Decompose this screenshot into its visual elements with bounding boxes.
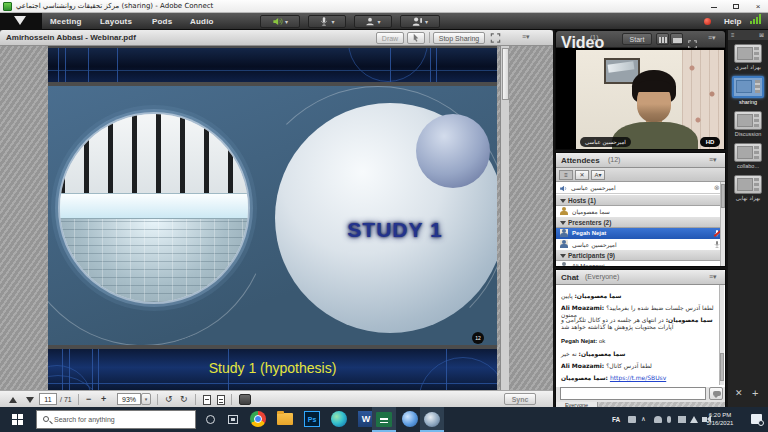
open-app-tile-active[interactable] (420, 407, 444, 432)
chat-input[interactable] (560, 387, 706, 400)
attendee-row-host[interactable]: سما معصومیان (556, 206, 725, 217)
document-scrollbar-thumb[interactable] (502, 48, 509, 100)
list-view-icon[interactable]: ≡ (559, 170, 573, 180)
webcam-dropdown-arrow[interactable]: ▾ (377, 19, 380, 25)
share-pod-menu-icon[interactable]: ≡▾ (522, 33, 530, 41)
chrome-icon[interactable] (250, 411, 266, 427)
group-header-hosts[interactable]: Hosts (1) (556, 195, 725, 206)
menu-meeting[interactable]: Meeting (50, 17, 82, 26)
attendees-scrollbar-thumb[interactable] (721, 184, 725, 208)
webcam-button[interactable]: ▾ (354, 15, 392, 28)
close-button[interactable]: × (750, 1, 766, 12)
taskbar-clock[interactable]: 6:20 PM 5/16/2021 (702, 412, 738, 427)
previous-page-button[interactable] (9, 397, 17, 403)
speaker-button[interactable]: ▾ (260, 15, 300, 28)
menu-pods[interactable]: Pods (152, 17, 172, 26)
video-pod-menu-icon[interactable]: ≡▾ (708, 34, 716, 42)
status-dropdown-arrow[interactable]: ▾ (425, 19, 428, 25)
maximize-button[interactable] (728, 1, 744, 12)
next-page-button[interactable] (26, 397, 34, 403)
attendee-row-presenter[interactable]: امیرحسین عباسی (556, 239, 725, 250)
rotate-ccw-icon[interactable]: ↺ (165, 394, 173, 405)
chat-scrollbar-thumb[interactable] (720, 353, 724, 381)
menu-help[interactable]: Help (724, 17, 741, 26)
notification-center-icon[interactable] (751, 414, 762, 424)
layout-item-discussion[interactable] (734, 111, 762, 130)
onedrive-cloud-icon[interactable] (654, 416, 662, 423)
group-header-participants[interactable]: Participants (9) (556, 250, 725, 261)
add-layout-icon[interactable]: + (752, 387, 758, 399)
fit-width-icon[interactable] (203, 395, 211, 405)
layout-bar-menu-icon[interactable]: ≡ (731, 30, 735, 40)
show-hidden-icons-chevron[interactable]: ∧ (641, 415, 646, 423)
touch-keyboard-icon[interactable] (628, 416, 636, 423)
breakout-view-icon[interactable]: ✕ (575, 170, 589, 180)
start-button[interactable] (12, 414, 23, 425)
filmstrip-view-icon[interactable] (656, 33, 669, 45)
dismiss-active-speaker-icon[interactable]: ⊗ (714, 182, 720, 193)
chat-messages-area[interactable]: سما معصومیان: پایین Ali Moazami: لطفا آد… (556, 285, 725, 385)
layout-bar-pin-icon[interactable]: ⊠ (759, 30, 764, 40)
start-webcam-button[interactable]: Start (622, 33, 652, 45)
attendee-row-participant[interactable]: Ali Moazami (556, 261, 725, 267)
window-titlebar: مركز تحقيقات روانشناسي اجتماعي (sharing)… (0, 0, 768, 13)
attendee-row-presenter-selected[interactable]: Pegah Nejat (556, 228, 725, 239)
attendees-pod-menu-icon[interactable]: ≡▾ (709, 156, 717, 164)
minimize-button[interactable] (706, 1, 722, 12)
zoom-dropdown-arrow[interactable]: ▾ (141, 393, 151, 405)
sort-attendees-icon[interactable]: A▾ (591, 170, 605, 180)
globe-app-icon[interactable] (402, 411, 418, 427)
pan-tool-icon[interactable] (239, 394, 251, 405)
speaker-dropdown-arrow[interactable]: ▾ (285, 19, 288, 25)
network-icon[interactable] (690, 416, 698, 423)
layout-item-collaboration[interactable] (734, 143, 762, 162)
tray-microphone-icon[interactable] (667, 416, 671, 423)
taskbar-search[interactable]: Search for anything (36, 410, 196, 429)
adobe-logo-icon[interactable] (0, 13, 42, 30)
layout-item-1[interactable] (734, 44, 762, 63)
page-number-input[interactable]: 11 (39, 393, 57, 405)
menu-layouts[interactable]: Layouts (100, 17, 132, 26)
chat-pod-scope: (Everyone) (585, 273, 619, 280)
draw-button[interactable]: Draw (376, 32, 404, 44)
video-frame: امیرحسین عباسی HD (556, 48, 725, 149)
edge-icon[interactable] (331, 411, 347, 427)
layout-item-sharing-selected[interactable] (732, 76, 764, 98)
photoshop-icon[interactable]: Ps (304, 411, 320, 427)
participant-avatar-icon (560, 262, 568, 267)
microphone-button[interactable]: ▾ (308, 15, 346, 28)
task-view-icon[interactable] (228, 415, 238, 424)
attendees-scrollbar[interactable] (720, 182, 725, 267)
group-header-presenters[interactable]: Presenters (2) (556, 217, 725, 228)
microphone-dropdown-arrow[interactable]: ▾ (331, 19, 334, 25)
chat-link[interactable]: https://t.me/SBUsv (610, 374, 666, 381)
sync-button[interactable]: Sync (504, 393, 536, 405)
cortana-icon[interactable] (206, 415, 215, 424)
close-layout-bar-icon[interactable]: ✕ (735, 388, 743, 398)
status-button[interactable]: ▾ (400, 15, 440, 28)
grid-view-icon[interactable] (670, 33, 683, 45)
chat-message: Pegah Nejat: ok (561, 338, 719, 345)
fullscreen-icon[interactable] (490, 33, 501, 45)
rotate-cw-icon[interactable]: ↻ (180, 394, 188, 405)
file-explorer-icon[interactable] (277, 413, 293, 425)
document-scrollbar[interactable] (500, 46, 509, 390)
zoom-out-button[interactable]: − (86, 394, 91, 405)
chat-pod-menu-icon[interactable]: ≡▾ (709, 273, 717, 281)
layout-item-1-label: بهزاد امیری (728, 64, 768, 70)
attendees-pod-title: Attendees (561, 156, 600, 165)
stop-sharing-button[interactable]: Stop Sharing (433, 32, 485, 44)
layout-bar: ≡ ⊠ بهزاد امیری sharing Discussion colla… (728, 30, 768, 407)
layout-item-5[interactable] (734, 175, 762, 194)
adobe-connect-window: مركز تحقيقات روانشناسي اجتماعي (sharing)… (0, 0, 768, 432)
zoom-in-button[interactable]: + (101, 394, 106, 405)
tray-folder-icon[interactable] (678, 416, 686, 423)
chat-scrollbar[interactable] (719, 285, 724, 385)
send-message-button[interactable] (709, 387, 723, 400)
pointer-button[interactable] (407, 32, 425, 44)
language-indicator[interactable]: FA (612, 416, 620, 423)
menu-audio[interactable]: Audio (190, 17, 214, 26)
open-app-tile[interactable] (372, 407, 396, 432)
zoom-level-select[interactable]: 93% (117, 393, 141, 405)
fit-page-icon[interactable] (217, 395, 225, 405)
